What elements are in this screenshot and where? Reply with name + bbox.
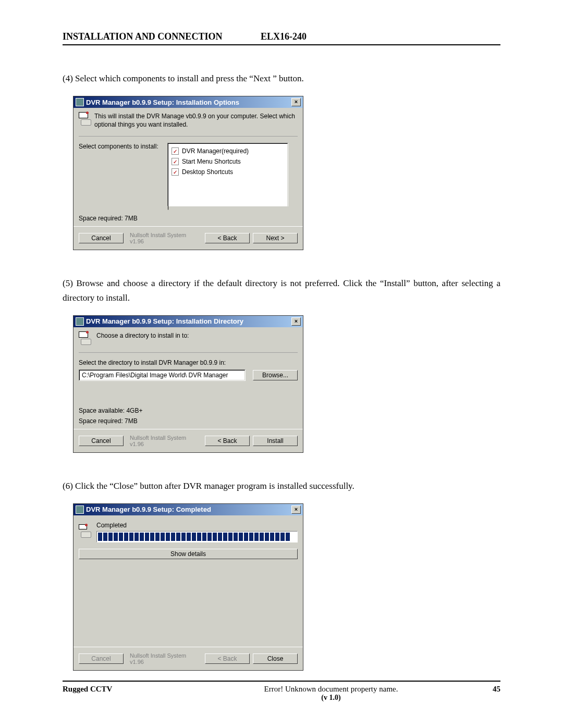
app-icon xyxy=(76,98,84,106)
back-button[interactable]: < Back xyxy=(205,436,250,446)
directory-path: C:\Program Files\Digital Image World\ DV… xyxy=(79,370,245,380)
cancel-button: Cancel xyxy=(79,653,124,664)
close-icon[interactable]: × xyxy=(291,98,301,106)
progress-area: Completed xyxy=(96,522,298,542)
titlebar: DVR Manager b0.9.9 Setup: Installation D… xyxy=(74,316,303,327)
dialog-body: Completed Show details xyxy=(74,515,303,647)
dialog-body: Choose a directory to install in to: Sel… xyxy=(74,327,303,429)
next-button[interactable]: Next > xyxy=(253,233,298,243)
titlebar: DVR Manager b0.9.9 Setup: Installation O… xyxy=(74,96,303,108)
directory-label: Select the directory to install DVR Mana… xyxy=(79,359,298,366)
button-row: Cancel Nullsoft Install System v1.96 < B… xyxy=(74,429,303,452)
footer-version: (v 1.0) xyxy=(193,694,469,702)
app-icon xyxy=(76,317,84,326)
checkbox-icon: ✓ xyxy=(172,168,179,176)
page-number: 45 xyxy=(469,685,500,702)
dialog-body: This will install the DVR Manage vb0.9.9… xyxy=(74,108,303,226)
cancel-button[interactable]: Cancel xyxy=(79,233,124,243)
installer-system-text: Nullsoft Install System v1.96 xyxy=(130,652,202,665)
page-header: INSTALLATION AND CONNECTION ELX16-240 xyxy=(63,31,500,45)
checkbox-icon: ✓ xyxy=(172,147,179,155)
button-row: Cancel Nullsoft Install System v1.96 < B… xyxy=(74,226,303,250)
step-4-text: (4) Select which components to install a… xyxy=(63,71,500,85)
footer-center-text: Error! Unknown document property name. xyxy=(193,685,469,694)
footer-center: Error! Unknown document property name. (… xyxy=(193,685,469,702)
components-area: Select components to install: ✓DVR Manag… xyxy=(79,143,298,212)
component-item[interactable]: ✓DVR Manager(required) xyxy=(170,146,285,156)
installer-icon xyxy=(79,112,91,126)
progress-bar xyxy=(96,531,298,542)
components-listbox[interactable]: ✓DVR Manager(required) ✓Start Menu Short… xyxy=(167,143,288,206)
dialog-description: This will install the DVR Manage vb0.9.9… xyxy=(94,112,298,129)
component-label: Desktop Shortcuts xyxy=(182,168,233,176)
back-button[interactable]: < Back xyxy=(205,233,250,243)
installer-icon xyxy=(79,524,93,538)
installer-icon xyxy=(79,331,93,345)
dialog-top: Completed xyxy=(79,520,298,542)
dialog-title: DVR Manager b0.9.9 Setup: Installation D… xyxy=(86,317,290,325)
dialog-top: This will install the DVR Manage vb0.9.9… xyxy=(79,112,298,137)
header-left: INSTALLATION AND CONNECTION xyxy=(63,31,261,42)
close-icon[interactable]: × xyxy=(291,317,301,326)
dialog-top: Choose a directory to install in to: xyxy=(79,331,298,353)
app-icon xyxy=(76,505,84,514)
installer-system-text: Nullsoft Install System v1.96 xyxy=(130,232,202,244)
step-5-text: (5) Browse and choose a directory if the… xyxy=(63,276,500,304)
installer-system-text: Nullsoft Install System v1.96 xyxy=(130,435,202,447)
dialog-install-options: DVR Manager b0.9.9 Setup: Installation O… xyxy=(73,96,303,250)
components-label: Select components to install: xyxy=(79,143,167,206)
page: INSTALLATION AND CONNECTION ELX16-240 (4… xyxy=(0,0,563,671)
directory-row: C:\Program Files\Digital Image World\ DV… xyxy=(79,369,298,381)
dialog-title: DVR Manager b0.9.9 Setup: Completed xyxy=(86,505,290,513)
dialog-install-directory: DVR Manager b0.9.9 Setup: Installation D… xyxy=(73,315,303,453)
header-right: ELX16-240 xyxy=(261,31,307,42)
checkbox-icon: ✓ xyxy=(172,158,179,165)
show-details-row: Show details xyxy=(79,549,298,559)
space-required: Space required: 7MB xyxy=(79,417,298,425)
component-label: DVR Manager(required) xyxy=(182,147,249,155)
close-icon[interactable]: × xyxy=(291,505,301,514)
component-item[interactable]: ✓Desktop Shortcuts xyxy=(170,167,285,177)
dialog-title: DVR Manager b0.9.9 Setup: Installation O… xyxy=(86,98,290,106)
completed-label: Completed xyxy=(96,522,298,529)
space-available: Space available: 4GB+ xyxy=(79,407,298,414)
button-row: Cancel Nullsoft Install System v1.96 < B… xyxy=(74,647,303,670)
dialog-description: Choose a directory to install in to: xyxy=(96,331,189,340)
show-details-button[interactable]: Show details xyxy=(79,549,298,559)
titlebar: DVR Manager b0.9.9 Setup: Completed × xyxy=(74,504,303,515)
component-label: Start Menu Shortcuts xyxy=(182,158,241,165)
dialog-completed: DVR Manager b0.9.9 Setup: Completed × Co… xyxy=(73,503,303,671)
install-button[interactable]: Install xyxy=(253,436,298,446)
details-area xyxy=(79,559,298,643)
page-footer: Rugged CCTV Error! Unknown document prop… xyxy=(63,681,500,702)
close-button[interactable]: Close xyxy=(253,653,298,664)
browse-button[interactable]: Browse... xyxy=(253,370,298,380)
space-required: Space required: 7MB xyxy=(79,215,298,222)
footer-left: Rugged CCTV xyxy=(63,685,193,702)
cancel-button[interactable]: Cancel xyxy=(79,436,124,446)
back-button: < Back xyxy=(205,653,250,664)
directory-input[interactable]: C:\Program Files\Digital Image World\ DV… xyxy=(79,369,246,381)
component-item[interactable]: ✓Start Menu Shortcuts xyxy=(170,156,285,167)
step-6-text: (6) Click the “Close” button after DVR m… xyxy=(63,479,500,493)
